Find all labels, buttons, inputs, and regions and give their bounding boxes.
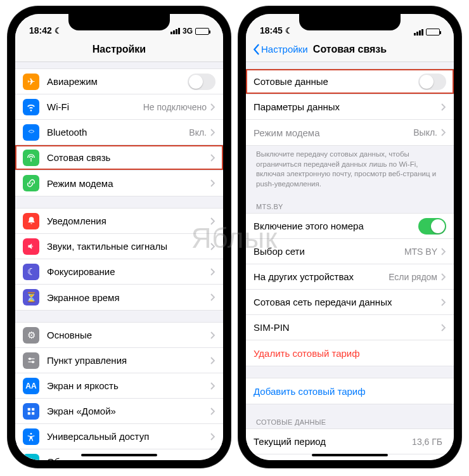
row-label: SIM-PIN [254,322,441,333]
chevron-right-icon [441,129,446,136]
row-accessibility[interactable]: Универсальный доступ [15,424,223,449]
group-header-carrier: MTS.BY [246,200,454,213]
row-label: Универсальный доступ [47,431,210,442]
svg-rect-4 [28,408,30,410]
row-wifi[interactable]: Wi-Fi Не подключено [15,94,223,120]
row-data-network[interactable]: Сотовая сеть передачи данных [246,290,454,315]
row-label: Сотовая сеть передачи данных [254,297,441,307]
row-network-select[interactable]: Выбор сети MTS BY [246,239,454,264]
row-cellular[interactable]: Сотовая связь [15,145,223,170]
home-indicator[interactable] [81,454,157,456]
row-label: Режим модема [47,178,210,189]
row-label: Текущий период [254,436,412,447]
page-title: Настройки [15,44,223,55]
bluetooth-icon: ⌔ [23,124,39,141]
sliders-icon [23,352,39,369]
row-label: Экран «Домой» [47,406,210,416]
row-label: Экран и яркость [47,380,210,391]
cellular-data-toggle[interactable] [418,74,446,90]
row-other-devices[interactable]: На других устройствах Если рядом [246,264,454,290]
row-label: Звуки, тактильные сигналы [47,241,210,252]
row-data-options[interactable]: Параметры данных [246,94,454,120]
row-add-plan[interactable]: Добавить сотовый тариф [246,378,454,404]
wifi-icon [23,99,39,115]
row-label: Режим модема [254,127,413,138]
bell-icon [23,213,39,229]
chevron-right-icon [210,268,215,276]
row-label: Сотовая связь [47,152,210,163]
row-label: Фокусирование [47,266,210,277]
row-label: Основные [47,330,210,340]
svg-rect-3 [28,361,34,362]
dnd-icon: ☾ [55,26,62,35]
row-sim-pin[interactable]: SIM-PIN [246,315,454,340]
row-label: Уведомления [47,215,210,226]
svg-rect-2 [28,358,34,359]
row-focus[interactable]: ☾ Фокусирование [15,259,223,285]
svg-rect-6 [28,412,30,415]
status-time: 18:45 [260,25,283,35]
chevron-right-icon [210,458,215,461]
group-header-data: СОТОВЫЕ ДАННЫЕ [246,416,454,428]
chevron-right-icon [210,154,215,162]
row-detail: Выкл. [413,127,437,138]
chevron-right-icon [210,179,215,187]
row-label: Обои [47,456,210,460]
row-current-period: Текущий период 13,6 ГБ [246,429,454,454]
chevron-right-icon [441,273,446,281]
row-detail: MTS BY [404,247,437,257]
phone-left: 18:42 ☾ 3G Настройки ✈ Авиарежим [8,6,231,468]
row-cellular-data[interactable]: Сотовые данные [246,69,454,94]
row-label: Экранное время [47,292,210,303]
battery-icon [195,28,209,35]
row-hotspot[interactable]: Режим модема [15,170,223,196]
row-detail: Если рядом [389,272,437,282]
row-label: Wi-Fi [47,101,143,112]
flower-icon: ✿ [23,454,39,461]
navbar: Настройки [15,37,223,62]
row-hotspot[interactable]: Режим модема Выкл. [246,120,454,145]
notch [299,14,401,30]
home-indicator[interactable] [312,454,388,456]
row-bluetooth[interactable]: ⌔ Bluetooth Вкл. [15,120,223,145]
chevron-right-icon [441,103,446,111]
chevron-right-icon [441,324,446,331]
row-display[interactable]: AA Экран и яркость [15,373,223,399]
svg-point-8 [30,433,32,435]
row-home-screen[interactable]: Экран «Домой» [15,399,223,424]
chevron-right-icon [210,293,215,301]
row-enable-line[interactable]: Включение этого номера [246,214,454,239]
row-general[interactable]: ⚙ Основные [15,323,223,348]
moon-icon: ☾ [23,264,39,280]
speaker-icon [23,238,39,255]
back-label: Настройки [261,44,308,55]
row-sounds[interactable]: Звуки, тактильные сигналы [15,234,223,259]
row-notifications[interactable]: Уведомления [15,209,223,234]
svg-rect-5 [32,408,34,410]
accessibility-icon [23,428,39,445]
enable-line-toggle[interactable] [418,218,446,235]
row-label: Выбор сети [254,246,404,257]
battery-icon [426,29,440,35]
row-control-center[interactable]: Пункт управления [15,348,223,373]
row-remove-plan[interactable]: Удалить сотовый тариф [246,340,454,366]
text-size-icon: AA [23,378,39,394]
link-icon [23,175,39,191]
row-detail: 13,6 ГБ [412,437,442,447]
airplane-toggle[interactable] [188,74,215,90]
chevron-right-icon [210,433,215,441]
row-airplane[interactable]: ✈ Авиарежим [15,69,223,94]
hourglass-icon: ⏳ [23,289,39,306]
airplane-icon: ✈ [23,74,39,90]
footer-text: Выключите передачу сотовых данных, чтобы… [246,146,454,189]
row-detail: Вкл. [189,127,207,138]
row-label: Bluetooth [47,127,189,138]
row-label: Параметры данных [254,101,441,112]
network-label: 3G [183,27,193,35]
back-button[interactable]: Настройки [252,44,308,55]
signal-icon [414,29,423,35]
chevron-right-icon [210,103,215,111]
antenna-icon [23,150,39,166]
gear-icon: ⚙ [23,327,39,344]
row-screentime[interactable]: ⏳ Экранное время [15,285,223,310]
